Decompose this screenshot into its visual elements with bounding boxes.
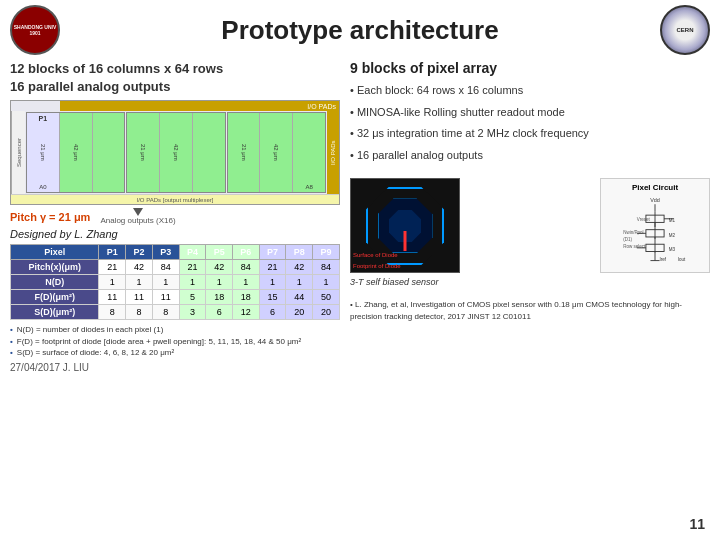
svg-text:(D1): (D1) <box>623 237 632 242</box>
cell-r2-c5: 18 <box>233 290 260 305</box>
table-row: S(D)(μm²)888361262020 <box>11 305 340 320</box>
cell-r2-c6: 15 <box>259 290 286 305</box>
cell-r1-c0: 1 <box>99 275 126 290</box>
chip-group-1: P1 21 μm A0 42 μm <box>26 112 125 193</box>
cell-r2-c0: 11 <box>99 290 126 305</box>
bullet-list: Each block: 64 rows x 16 columnsMINOSA-l… <box>350 82 710 168</box>
surface-label: Surface of Diode <box>353 252 398 258</box>
footnote-0: •N(D) = number of diodes in each pixel (… <box>10 324 340 335</box>
sensor-type: 3-T self biased sensor <box>350 277 592 289</box>
data-table: Pixel P1 P2 P3 P4 P5 P6 P7 P8 P9 Pitch(x… <box>10 244 340 320</box>
row-header-1: N(D) <box>11 275 99 290</box>
col-header-p5: P5 <box>206 245 233 260</box>
cell-r1-c8: 1 <box>313 275 340 290</box>
chip-diagram: I/O PADs Sequencer P1 21 μm A0 <box>10 100 340 205</box>
chip-col-p7: 21 μm <box>228 113 261 192</box>
svg-text:Vdd: Vdd <box>650 198 660 204</box>
cell-r0-c5: 84 <box>233 260 260 275</box>
col-header-p1: P1 <box>99 245 126 260</box>
cell-r0-c1: 42 <box>126 260 153 275</box>
table-header-row: Pixel P1 P2 P3 P4 P5 P6 P7 P8 P9 <box>11 245 340 260</box>
chip-col-p1: P1 21 μm A0 <box>27 113 60 192</box>
table-row: N(D)111111111 <box>11 275 340 290</box>
chip-group-3: 21 μm 42 μm A8 <box>227 112 326 193</box>
cell-r3-c5: 12 <box>233 305 260 320</box>
cell-r3-c3: 3 <box>179 305 206 320</box>
cell-r0-c2: 84 <box>152 260 179 275</box>
cell-r3-c4: 6 <box>206 305 233 320</box>
chip-col-p8: 42 μm <box>260 113 293 192</box>
bullet-item-3: 16 parallel analog outputs <box>350 147 710 165</box>
chip-col-p4: 21 μm <box>127 113 160 192</box>
cell-r1-c1: 1 <box>126 275 153 290</box>
col-header-p6: P6 <box>233 245 260 260</box>
row-header-3: S(D)(μm²) <box>11 305 99 320</box>
svg-text:M2: M2 <box>669 233 676 238</box>
subtitle: 12 blocks of 16 columns x 64 rows 16 par… <box>10 60 340 96</box>
page-wrapper: SHANDONG UNIV 1901 Prototype architectur… <box>0 0 720 373</box>
sequencer: Sequencer <box>11 111 25 194</box>
io-pads-top: I/O PADs <box>60 101 339 111</box>
logo-left: SHANDONG UNIV 1901 <box>10 5 60 55</box>
cell-r1-c7: 1 <box>286 275 313 290</box>
chip-body: Sequencer P1 21 μm A0 42 μm <box>11 111 339 194</box>
row-header-0: Pitch(x)(μm) <box>11 260 99 275</box>
page-title: Prototype architecture <box>221 15 498 46</box>
table-row: F(D)(μm²)11111151818154450 <box>11 290 340 305</box>
svg-text:Vreset: Vreset <box>637 217 651 222</box>
bullet-item-1: MINOSA-like Rolling shutter readout mode <box>350 104 710 122</box>
chip-col-p5: 42 μm <box>160 113 193 192</box>
sensor-image: Surface of Diode Footprint of Diode <box>350 178 460 273</box>
circuit-diagram: Vdd Vreset M1 M2 Nwin/Ppol (D1) <box>605 194 705 269</box>
cell-r0-c7: 42 <box>286 260 313 275</box>
pixel-array-title: 9 blocks of pixel array <box>350 60 710 76</box>
university-logo: SHANDONG UNIV 1901 <box>10 5 60 55</box>
cern-logo: CERN <box>660 5 710 55</box>
cell-r2-c7: 44 <box>286 290 313 305</box>
cell-r0-c3: 21 <box>179 260 206 275</box>
io-pads-right: I/O PADs <box>327 111 339 194</box>
page-number: 11 <box>689 516 705 532</box>
cell-r3-c6: 6 <box>259 305 286 320</box>
footnote-1: •F(D) = footprint of diode [diode area +… <box>10 336 340 347</box>
cell-r2-c8: 50 <box>313 290 340 305</box>
col-header-p4: P4 <box>179 245 206 260</box>
bottom-right: Surface of Diode Footprint of Diode 3-T … <box>350 178 710 289</box>
table-row: Pitch(x)(μm)214284214284214284 <box>11 260 340 275</box>
cell-r1-c2: 1 <box>152 275 179 290</box>
cell-r1-c3: 1 <box>179 275 206 290</box>
col-header-p7: P7 <box>259 245 286 260</box>
cell-r3-c1: 8 <box>126 305 153 320</box>
pitch-label: Pitch γ = 21 μm <box>10 211 90 223</box>
arrow-down-icon <box>133 208 143 216</box>
svg-text:Iout: Iout <box>678 257 686 262</box>
svg-text:Nwin/Ppol: Nwin/Ppol <box>623 231 643 236</box>
header: SHANDONG UNIV 1901 Prototype architectur… <box>0 0 720 60</box>
right-section: 9 blocks of pixel array Each block: 64 r… <box>350 60 710 373</box>
analog-outputs-label: Analog outputs (X16) <box>100 216 175 225</box>
col-header-p3: P3 <box>152 245 179 260</box>
designed-by: Designed by L. Zhang <box>10 228 340 240</box>
cell-r2-c1: 11 <box>126 290 153 305</box>
cell-r1-c6: 1 <box>259 275 286 290</box>
col-header-p8: P8 <box>286 245 313 260</box>
cell-r0-c0: 21 <box>99 260 126 275</box>
bullet-item-0: Each block: 64 rows x 16 columns <box>350 82 710 100</box>
footnote-2: •S(D) = surface of diode: 4, 6, 8, 12 & … <box>10 347 340 358</box>
row-header-2: F(D)(μm²) <box>11 290 99 305</box>
col-header-pixel: Pixel <box>11 245 99 260</box>
footnotes: •N(D) = number of diodes in each pixel (… <box>10 324 340 358</box>
circuit-image: Pixel Circuit Vdd Vreset M1 <box>600 178 710 273</box>
bullet-item-2: 32 μs integration time at 2 MHz clock fr… <box>350 125 710 143</box>
cell-r0-c4: 42 <box>206 260 233 275</box>
col-header-p2: P2 <box>126 245 153 260</box>
cell-r1-c4: 1 <box>206 275 233 290</box>
cell-r2-c2: 11 <box>152 290 179 305</box>
chip-col-p6 <box>193 113 225 192</box>
col-header-p9: P9 <box>313 245 340 260</box>
chip-group-2: 21 μm 42 μm <box>126 112 225 193</box>
svg-text:M3: M3 <box>669 248 676 253</box>
reference-text: • L. Zhang, et al, Investigation of CMOS… <box>350 299 710 321</box>
cell-r3-c0: 8 <box>99 305 126 320</box>
cell-r1-c5: 1 <box>233 275 260 290</box>
